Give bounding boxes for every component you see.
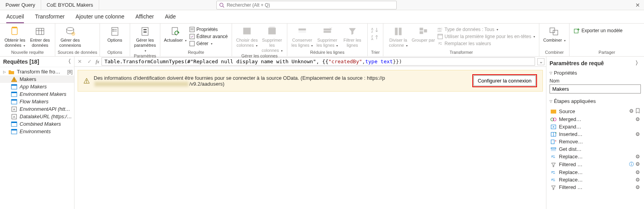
configure-connection-button[interactable]: Configurer la connexion bbox=[473, 75, 536, 86]
tab-afficher[interactable]: Afficher bbox=[135, 10, 154, 23]
gear-icon[interactable]: ⚙ bbox=[635, 154, 640, 160]
tab-accueil[interactable]: Accueil bbox=[6, 10, 24, 23]
collapse-queries-icon[interactable]: 〈 bbox=[65, 58, 71, 65]
table-icon bbox=[11, 84, 17, 90]
step-remove[interactable]: Remove… bbox=[550, 138, 641, 145]
bookmark-icon[interactable] bbox=[635, 108, 640, 115]
editeur-avance-button[interactable]: Éditeur avancé bbox=[188, 33, 229, 40]
svg-point-14 bbox=[112, 31, 113, 31]
formula-cancel-button[interactable]: ✕ bbox=[76, 59, 83, 64]
gerer-button[interactable]: Gérer ▾ bbox=[188, 40, 229, 47]
folder-transform-file[interactable]: ▷ Transform file fro… [8] bbox=[0, 68, 74, 75]
filter-step-icon bbox=[550, 162, 557, 167]
formula-expand-button[interactable]: ⌄ bbox=[537, 58, 544, 65]
step-getdist[interactable]: Get dist… bbox=[550, 145, 641, 153]
gear-icon[interactable]: ⚙ bbox=[635, 161, 640, 168]
filtrer-lignes-button[interactable]: Filtrer les lignes bbox=[340, 24, 365, 48]
sort-desc-button[interactable]: ZA bbox=[371, 34, 379, 42]
group-requete: Requête bbox=[163, 50, 229, 55]
tab-transformer[interactable]: Transformer bbox=[35, 10, 65, 23]
query-combined-makers[interactable]: Combined Makers bbox=[0, 120, 74, 128]
remplacer-valeurs-button[interactable]: Remplacer les valeurs bbox=[436, 40, 537, 47]
combiner-button[interactable]: Combiner ▾ bbox=[542, 24, 567, 43]
diviser-colonne-button[interactable]: Diviser la colonne ▾ bbox=[386, 24, 411, 48]
step-replace3[interactable]: Replace… ⚙ bbox=[550, 176, 641, 183]
search-input[interactable] bbox=[227, 2, 394, 8]
step-merged[interactable]: Merged… ⚙ bbox=[550, 116, 641, 123]
supprimer-lignes-button[interactable]: Supprimer les lignes ▾ bbox=[315, 24, 340, 48]
tab-aide[interactable]: Aide bbox=[165, 10, 176, 23]
choose-cols-icon bbox=[241, 26, 252, 37]
replace-step-icon bbox=[550, 177, 557, 183]
gear-icon[interactable]: ⚙ bbox=[635, 169, 640, 175]
step-source[interactable]: Source ⚙ bbox=[550, 107, 641, 116]
close-icon[interactable]: ✕ bbox=[631, 2, 644, 8]
expand-settings-icon[interactable]: 〉 bbox=[635, 60, 641, 67]
sort-asc-button[interactable]: AZ bbox=[371, 27, 379, 34]
svg-rect-67 bbox=[11, 129, 17, 130]
step-replace1[interactable]: Replace… ⚙ bbox=[550, 153, 641, 160]
type-donnees-button[interactable]: ABC123Type de données : Tous ▾ bbox=[436, 26, 537, 33]
obtenir-donnees-button[interactable]: Obtenir les données ▾ bbox=[2, 24, 27, 48]
search-icon bbox=[219, 2, 224, 8]
svg-rect-24 bbox=[243, 28, 250, 34]
query-app-makers[interactable]: App Makers bbox=[0, 83, 74, 90]
export-icon bbox=[573, 28, 580, 34]
svg-text:+: + bbox=[555, 132, 557, 135]
gear-icon[interactable]: ⚙ bbox=[629, 108, 634, 115]
svg-rect-45 bbox=[424, 29, 427, 32]
enter-data-icon bbox=[34, 26, 45, 37]
gear-icon[interactable]: ⚙ bbox=[635, 177, 640, 183]
query-flow-makers[interactable]: Flow Makers bbox=[0, 98, 74, 105]
step-expand[interactable]: Expand… bbox=[550, 123, 641, 130]
svg-text:123: 123 bbox=[437, 30, 442, 32]
actualiser-button[interactable]: Actualiser ▾ bbox=[163, 24, 188, 43]
info-icon[interactable]: ⓘ bbox=[629, 161, 634, 168]
svg-rect-65 bbox=[11, 122, 17, 123]
gear-icon[interactable]: ⚙ bbox=[635, 131, 640, 137]
section-properties[interactable]: ▽Propriétés bbox=[550, 68, 641, 77]
query-datalake[interactable]: A DatalakeURL (https:/… bbox=[0, 113, 74, 120]
step-inserted[interactable]: + Inserted… ⚙ bbox=[550, 130, 641, 138]
group-reduire: Réduire les lignes bbox=[290, 50, 365, 55]
formula-input[interactable]: Table.TransformColumnTypes(#"Replaced nu… bbox=[102, 57, 535, 66]
query-makers[interactable]: ! Makers bbox=[0, 75, 74, 83]
conserver-lignes-button[interactable]: Conserver les lignes ▾ bbox=[290, 24, 315, 48]
proprietes-button[interactable]: Propriétés bbox=[188, 26, 229, 33]
search-box[interactable] bbox=[216, 1, 397, 9]
manage-icon bbox=[189, 41, 195, 46]
query-name-input[interactable] bbox=[550, 84, 641, 94]
tab-ajouter[interactable]: Ajouter une colonne bbox=[76, 10, 125, 23]
grouper-par-button[interactable]: Grouper par bbox=[411, 24, 436, 43]
svg-text:A: A bbox=[371, 37, 374, 40]
gerer-connexions-button[interactable]: Gérer des connexions bbox=[58, 24, 83, 48]
query-environments[interactable]: Environments bbox=[0, 128, 74, 135]
merge-step-icon bbox=[550, 117, 557, 122]
gear-icon[interactable]: ⚙ bbox=[635, 116, 640, 122]
table-icon bbox=[11, 92, 17, 97]
svg-rect-23 bbox=[190, 41, 194, 46]
svg-rect-43 bbox=[420, 28, 423, 30]
formula-confirm-button[interactable]: ✓ bbox=[86, 59, 93, 64]
svg-rect-27 bbox=[268, 28, 276, 34]
exporter-modele-button[interactable]: Exporter un modèle bbox=[572, 27, 624, 35]
step-filtered1[interactable]: Filtered … ⓘ⚙ bbox=[550, 160, 641, 169]
configure-connection-highlight: Configurer la connexion bbox=[472, 74, 537, 87]
section-steps[interactable]: ▽Étapes appliquées bbox=[550, 97, 641, 106]
step-filtered2[interactable]: Filtered … ⚙ bbox=[550, 183, 641, 191]
entrer-donnees-button[interactable]: Entrer des données bbox=[27, 24, 53, 48]
query-env-makers[interactable]: Environment Makers bbox=[0, 90, 74, 98]
gear-icon[interactable]: ⚙ bbox=[635, 184, 640, 190]
keep-rows-icon bbox=[297, 26, 308, 37]
query-env-api[interactable]: A EnvironmentAPI (http… bbox=[0, 105, 74, 113]
options-button[interactable]: Options bbox=[102, 24, 127, 43]
folder-icon bbox=[8, 69, 15, 75]
svg-rect-80 bbox=[551, 148, 556, 149]
text-icon: A bbox=[11, 106, 17, 112]
choisir-colonnes-button[interactable]: Choisir des colonnes ▾ bbox=[234, 24, 259, 48]
gerer-parametres-button[interactable]: Gérer les paramètres ▾ bbox=[132, 24, 158, 53]
step-replace2[interactable]: Replace… ⚙ bbox=[550, 169, 641, 176]
premiere-ligne-button[interactable]: Utiliser la première ligne pour les en-t… bbox=[436, 33, 537, 40]
supprimer-colonnes-button[interactable]: Supprimer les colonnes ▾ bbox=[259, 24, 285, 53]
distinct-step-icon bbox=[550, 147, 557, 152]
